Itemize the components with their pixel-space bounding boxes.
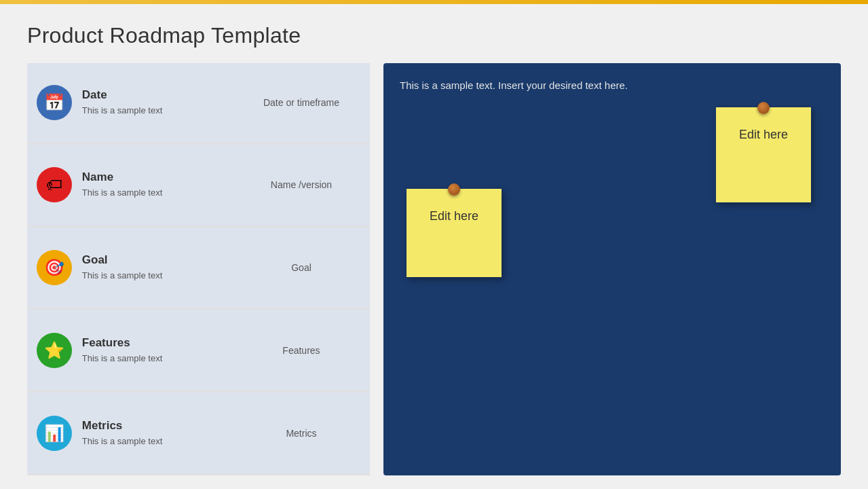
table-row-features: ⭐FeaturesThis is a sample textFeatures (27, 309, 370, 392)
value-cell-goal: Goal (233, 226, 370, 309)
label-cell-features: FeaturesThis is a sample text (82, 309, 233, 392)
row-subtitle-name: This is a sample text (82, 187, 233, 199)
main-area: 📅DateThis is a sample textDate or timefr… (27, 63, 841, 475)
row-subtitle-date: This is a sample text (82, 105, 233, 117)
pin-2 (448, 183, 460, 196)
value-cell-features: Features (233, 309, 370, 392)
row-title-goal: Goal (82, 253, 233, 267)
label-cell-name: NameThis is a sample text (82, 143, 233, 226)
table-row-name: 🏷NameThis is a sample textName /version (27, 143, 370, 226)
goal-icon: 🎯 (37, 250, 72, 285)
value-cell-metrics: Metrics (233, 392, 370, 475)
value-cell-name: Name /version (233, 143, 370, 226)
label-cell-metrics: MetricsThis is a sample text (82, 392, 233, 475)
icon-cell-metrics: 📊 (27, 392, 82, 475)
table-row-date: 📅DateThis is a sample textDate or timefr… (27, 63, 370, 143)
date-icon: 📅 (37, 85, 72, 120)
page-content: Product Roadmap Template 📅DateThis is a … (0, 4, 868, 489)
sticky-note-2[interactable]: Edit here (407, 189, 502, 277)
icon-cell-features: ⭐ (27, 309, 82, 392)
sticky-notes-area: Edit here Edit here (400, 107, 825, 461)
row-title-date: Date (82, 88, 233, 102)
page-title: Product Roadmap Template (27, 23, 841, 48)
table-row-goal: 🎯GoalThis is a sample textGoal (27, 226, 370, 309)
label-cell-goal: GoalThis is a sample text (82, 226, 233, 309)
sticky-note-2-text: Edit here (416, 209, 492, 223)
icon-cell-date: 📅 (27, 63, 82, 143)
panel-intro-text: This is a sample text. Insert your desir… (400, 78, 825, 94)
sticky-panel: This is a sample text. Insert your desir… (383, 63, 841, 475)
features-icon: ⭐ (37, 333, 72, 368)
row-title-metrics: Metrics (82, 419, 233, 433)
sticky-note-1[interactable]: Edit here (716, 107, 811, 202)
row-subtitle-features: This is a sample text (82, 352, 233, 365)
row-subtitle-metrics: This is a sample text (82, 435, 233, 448)
row-title-name: Name (82, 170, 233, 184)
label-cell-date: DateThis is a sample text (82, 63, 233, 143)
metrics-icon: 📊 (37, 416, 72, 451)
row-title-features: Features (82, 336, 233, 350)
table-row-metrics: 📊MetricsThis is a sample textMetrics (27, 392, 370, 475)
icon-cell-goal: 🎯 (27, 226, 82, 309)
sticky-note-1-text: Edit here (725, 128, 801, 142)
name-icon: 🏷 (37, 167, 72, 202)
value-cell-date: Date or timeframe (233, 63, 370, 143)
pin-1 (757, 102, 770, 114)
roadmap-table: 📅DateThis is a sample textDate or timefr… (27, 63, 370, 475)
icon-cell-name: 🏷 (27, 143, 82, 226)
row-subtitle-goal: This is a sample text (82, 270, 233, 282)
